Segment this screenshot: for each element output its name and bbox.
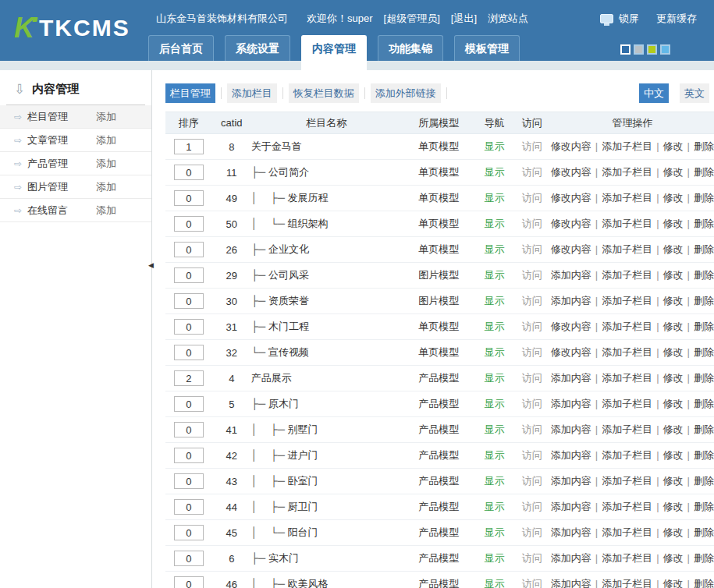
sort-input[interactable] [174, 293, 204, 309]
toolbar-button[interactable]: 添加外部链接 [371, 83, 441, 103]
content-action-link[interactable]: 修改内容 [551, 346, 591, 358]
edit-link[interactable]: 修改 [663, 269, 684, 281]
content-action-link[interactable]: 添加内容 [551, 578, 591, 588]
language-button[interactable]: 中文 [639, 83, 669, 103]
add-subcategory-link[interactable]: 添加子栏目 [602, 269, 652, 281]
nav-tab[interactable]: 功能集锦 [378, 35, 443, 61]
sort-input[interactable] [174, 370, 204, 386]
sort-input[interactable] [174, 319, 204, 335]
nav-show-link[interactable]: 显示 [485, 295, 505, 306]
lock-screen-button[interactable]: 锁屏 [619, 12, 639, 26]
content-action-link[interactable]: 添加内容 [551, 398, 591, 409]
edit-link[interactable]: 修改 [663, 372, 684, 384]
nav-show-link[interactable]: 显示 [485, 346, 505, 358]
add-subcategory-link[interactable]: 添加子栏目 [602, 552, 652, 564]
sort-input[interactable] [174, 267, 204, 283]
nav-show-link[interactable]: 显示 [485, 243, 505, 255]
content-action-link[interactable]: 修改内容 [551, 192, 591, 204]
add-subcategory-link[interactable]: 添加子栏目 [602, 346, 652, 358]
update-cache-button[interactable]: 更新缓存 [656, 12, 697, 26]
visit-link[interactable]: 访问 [522, 449, 542, 461]
nav-tab[interactable]: 模板管理 [454, 35, 520, 61]
visit-link[interactable]: 访问 [522, 243, 542, 255]
edit-link[interactable]: 修改 [663, 398, 684, 409]
toolbar-button[interactable]: 恢复栏目数据 [289, 83, 359, 103]
content-action-link[interactable]: 修改内容 [551, 218, 591, 229]
sort-input[interactable] [174, 448, 204, 463]
delete-link[interactable]: 删除 [694, 475, 714, 487]
sidebar-item[interactable]: ⇨ 文章管理 添加 [0, 129, 151, 152]
nav-show-link[interactable]: 显示 [485, 475, 505, 487]
visit-link[interactable]: 访问 [522, 501, 542, 512]
delete-link[interactable]: 删除 [694, 346, 714, 358]
sort-input[interactable] [174, 551, 204, 566]
content-action-link[interactable]: 添加内容 [551, 423, 591, 435]
nav-show-link[interactable]: 显示 [485, 526, 505, 538]
sort-input[interactable] [174, 525, 204, 540]
edit-link[interactable]: 修改 [663, 243, 684, 255]
delete-link[interactable]: 删除 [694, 243, 714, 255]
nav-show-link[interactable]: 显示 [485, 140, 505, 152]
nav-show-link[interactable]: 显示 [485, 192, 505, 204]
content-action-link[interactable]: 添加内容 [551, 372, 591, 384]
edit-link[interactable]: 修改 [663, 295, 684, 306]
add-subcategory-link[interactable]: 添加子栏目 [602, 423, 652, 435]
add-subcategory-link[interactable]: 添加子栏目 [602, 192, 652, 204]
theme-swatch[interactable] [634, 44, 644, 55]
delete-link[interactable]: 删除 [694, 552, 714, 564]
nav-show-link[interactable]: 显示 [485, 552, 505, 564]
sort-input[interactable] [174, 242, 204, 257]
sidebar-item-add-link[interactable]: 添加 [96, 110, 116, 124]
add-subcategory-link[interactable]: 添加子栏目 [602, 501, 652, 512]
add-subcategory-link[interactable]: 添加子栏目 [602, 321, 652, 332]
delete-link[interactable]: 删除 [694, 526, 714, 538]
edit-link[interactable]: 修改 [663, 346, 684, 358]
nav-show-link[interactable]: 显示 [485, 578, 505, 588]
visit-link[interactable]: 访问 [522, 166, 542, 178]
nav-show-link[interactable]: 显示 [485, 372, 505, 384]
content-action-link[interactable]: 添加内容 [551, 295, 591, 306]
content-action-link[interactable]: 添加内容 [551, 501, 591, 512]
delete-link[interactable]: 删除 [694, 140, 714, 152]
add-subcategory-link[interactable]: 添加子栏目 [602, 243, 652, 255]
language-button[interactable]: 英文 [680, 83, 709, 103]
visit-link[interactable]: 访问 [522, 372, 542, 384]
visit-link[interactable]: 访问 [522, 475, 542, 487]
add-subcategory-link[interactable]: 添加子栏目 [602, 140, 652, 152]
theme-swatch[interactable] [620, 44, 631, 55]
delete-link[interactable]: 删除 [694, 166, 714, 178]
sort-input[interactable] [174, 422, 204, 437]
add-subcategory-link[interactable]: 添加子栏目 [602, 578, 652, 588]
visit-link[interactable]: 访问 [522, 526, 542, 538]
content-action-link[interactable]: 修改内容 [551, 166, 591, 178]
visit-link[interactable]: 访问 [522, 398, 542, 409]
delete-link[interactable]: 删除 [694, 295, 714, 306]
add-subcategory-link[interactable]: 添加子栏目 [602, 526, 652, 538]
delete-link[interactable]: 删除 [694, 321, 714, 332]
edit-link[interactable]: 修改 [663, 526, 684, 538]
add-subcategory-link[interactable]: 添加子栏目 [602, 475, 652, 487]
delete-link[interactable]: 删除 [694, 192, 714, 204]
sort-input[interactable] [174, 499, 204, 515]
content-action-link[interactable]: 修改内容 [551, 321, 591, 332]
logout-link[interactable]: [退出] [451, 12, 477, 26]
edit-link[interactable]: 修改 [663, 192, 684, 204]
add-subcategory-link[interactable]: 添加子栏目 [602, 295, 652, 306]
toolbar-button[interactable]: 添加栏目 [227, 83, 277, 103]
role-link[interactable]: [超级管理员] [384, 12, 440, 26]
nav-show-link[interactable]: 显示 [485, 501, 505, 512]
content-action-link[interactable]: 添加内容 [551, 475, 591, 487]
toolbar-button[interactable]: 栏目管理 [165, 83, 215, 103]
visit-link[interactable]: 访问 [522, 269, 542, 281]
delete-link[interactable]: 删除 [694, 269, 714, 281]
nav-show-link[interactable]: 显示 [485, 449, 505, 461]
nav-show-link[interactable]: 显示 [485, 218, 505, 229]
sort-input[interactable] [174, 473, 204, 489]
nav-tab[interactable]: 系统设置 [225, 35, 290, 61]
sort-input[interactable] [174, 165, 204, 180]
content-action-link[interactable]: 添加内容 [551, 526, 591, 538]
theme-swatch[interactable] [647, 44, 657, 55]
add-subcategory-link[interactable]: 添加子栏目 [602, 218, 652, 229]
edit-link[interactable]: 修改 [663, 449, 684, 461]
sort-input[interactable] [174, 190, 204, 206]
